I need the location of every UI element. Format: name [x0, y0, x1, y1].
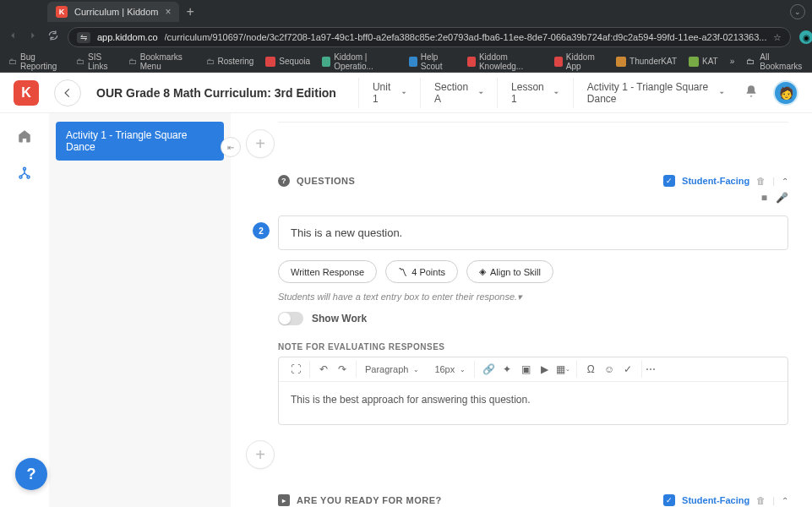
link-icon[interactable]: 🔗 — [482, 363, 495, 376]
notifications-icon[interactable] — [744, 84, 758, 101]
fontsize-select[interactable]: 16px⌄ — [428, 362, 472, 377]
table-icon[interactable]: ▦⌄ — [556, 363, 569, 376]
rich-text-editor: ⛶ ↶ ↷ Paragraph⌄ 16px⌄ 🔗 ✦ ▣ ▶ — [278, 357, 788, 425]
question-controls: Written Response 〽4 Points ◈Align to Ski… — [278, 260, 788, 283]
omega-icon[interactable]: Ω — [584, 363, 597, 376]
ready-label: ARE YOU READY FOR MORE? — [297, 495, 442, 505]
ready-header-row: ▸ ARE YOU READY FOR MORE? ✓ Student-Faci… — [246, 494, 788, 506]
reload-button[interactable] — [47, 30, 59, 45]
align-skill-pill[interactable]: ◈Align to Skill — [466, 260, 553, 283]
image-icon[interactable]: ▣ — [519, 363, 532, 376]
back-button[interactable] — [7, 30, 19, 45]
svg-point-2 — [27, 176, 30, 178]
undo-icon[interactable]: ↶ — [317, 363, 330, 376]
student-facing-toggle: ✓ Student-Facing 🗑 | ⌃ — [663, 175, 788, 187]
tab-title: Curriculum | Kiddom — [74, 7, 158, 17]
paragraph-select[interactable]: Paragraph⌄ — [358, 362, 426, 377]
bookmark-item[interactable]: ThunderKAT — [616, 57, 677, 67]
bookmark-item[interactable]: Kiddom | Operatio... — [322, 52, 397, 71]
question-block: 2 This is a new question. Written Respon… — [278, 215, 788, 425]
curriculum-icon[interactable] — [17, 166, 32, 184]
questions-header: ? QUESTIONS — [278, 175, 355, 187]
questions-label: QUESTIONS — [297, 176, 355, 186]
bookmark-item[interactable]: KAT — [689, 57, 718, 67]
svg-point-1 — [19, 176, 22, 178]
video-icon[interactable]: ■ — [761, 192, 767, 204]
app-body: Activity 1 - Triangle Square Dance ⇤ + ?… — [0, 113, 812, 507]
note-label: NOTE FOR EVALUATING RESPONSES — [278, 342, 788, 352]
question-text-input[interactable]: This is a new question. — [278, 215, 788, 250]
curriculum-title: OUR Grade 8 Math Curriculum: 3rd Edition — [96, 86, 336, 100]
user-avatar[interactable]: 🧑 — [773, 80, 798, 106]
main-content[interactable]: + ? QUESTIONS ✓ Student-Facing 🗑 | ⌃ ■ 🎤… — [231, 113, 812, 507]
check-icon[interactable]: ✓ — [621, 363, 635, 376]
show-work-label: Show Work — [312, 313, 367, 324]
address-bar[interactable]: ⇋ app.kiddom.co /curriculum/910697/node/… — [68, 27, 791, 47]
bookmark-item[interactable]: 🗀Rostering — [206, 57, 254, 66]
bookmark-item[interactable]: Kiddom App — [554, 52, 604, 71]
bookmarks-bar: 🗀Bug Reporting 🗀SIS Links 🗀Bookmarks Men… — [0, 51, 812, 73]
bookmark-item[interactable]: Help Scout — [409, 52, 455, 71]
questions-header-row: ? QUESTIONS ✓ Student-Facing 🗑 | ⌃ — [246, 175, 788, 187]
fullscreen-icon[interactable]: ⛶ — [289, 363, 302, 376]
home-icon[interactable] — [17, 128, 32, 147]
bookmark-item[interactable]: Sequoia — [265, 57, 310, 67]
bookmark-item[interactable]: Kiddom Knowledg... — [467, 52, 542, 71]
tag-icon: ◈ — [479, 266, 486, 277]
points-icon: 〽 — [398, 267, 407, 277]
student-facing-label: Student-Facing — [682, 495, 749, 505]
bookmark-star-icon[interactable]: ☆ — [773, 32, 782, 43]
sidebar: Activity 1 - Triangle Square Dance ⇤ — [49, 113, 231, 507]
browser-chrome: K Curriculum | Kiddom × + ⌄ ⇋ app.kiddom… — [0, 0, 812, 73]
points-pill[interactable]: 〽4 Points — [385, 260, 458, 283]
crumb-activity[interactable]: Activity 1 - Triangle Square Dance — [573, 78, 729, 108]
add-block-button[interactable]: + — [246, 129, 275, 158]
response-type-pill[interactable]: Written Response — [278, 260, 377, 283]
ready-icon: ▸ — [278, 494, 290, 506]
extension-icon[interactable]: ◉ — [799, 30, 812, 44]
video-icon[interactable]: ▶ — [537, 363, 551, 376]
student-facing-toggle: ✓ Student-Facing 🗑 | ⌃ — [663, 494, 788, 506]
student-facing-checkbox[interactable]: ✓ — [663, 494, 675, 506]
bookmark-item[interactable]: 🗀SIS Links — [76, 52, 117, 71]
crumb-lesson[interactable]: Lesson 1 — [497, 78, 564, 108]
media-row: ■ 🎤 — [246, 192, 788, 204]
show-work-row: Show Work — [278, 312, 788, 325]
editor-body[interactable]: This is the best approach for answering … — [279, 382, 787, 424]
divider: | — [772, 495, 775, 505]
all-bookmarks[interactable]: 🗀All Bookmarks — [746, 52, 804, 71]
emoji-icon[interactable]: ☺ — [602, 363, 616, 376]
bookmarks-overflow[interactable]: » — [730, 57, 735, 66]
delete-icon[interactable]: 🗑 — [756, 176, 766, 186]
sidebar-active-item[interactable]: Activity 1 - Triangle Square Dance — [56, 122, 224, 161]
add-block-button[interactable]: + — [246, 440, 275, 469]
crumb-unit[interactable]: Unit 1 — [358, 78, 411, 108]
collapse-icon[interactable]: ⌃ — [782, 177, 788, 186]
tab-close-icon[interactable]: × — [165, 6, 171, 18]
more-icon[interactable]: ⋯ — [644, 363, 657, 376]
window-control[interactable]: ⌄ — [790, 4, 805, 19]
breadcrumb: Unit 1 Section A Lesson 1 Activity 1 - T… — [358, 78, 729, 108]
browser-tab[interactable]: K Curriculum | Kiddom × — [47, 2, 179, 22]
crumb-section[interactable]: Section A — [420, 78, 488, 108]
site-info-icon[interactable]: ⇋ — [77, 32, 90, 43]
back-button[interactable] — [54, 79, 81, 106]
url-host: app.kiddom.co — [97, 32, 158, 42]
new-tab-button[interactable]: + — [186, 4, 193, 19]
mic-icon[interactable]: 🎤 — [776, 192, 788, 204]
redo-icon[interactable]: ↷ — [335, 363, 349, 376]
kiddom-logo[interactable]: K — [14, 80, 39, 106]
magic-icon[interactable]: ✦ — [500, 363, 514, 376]
show-work-toggle[interactable] — [278, 312, 303, 325]
student-facing-label: Student-Facing — [682, 176, 749, 186]
question-mark-icon: ? — [278, 175, 290, 187]
bookmark-item[interactable]: 🗀Bug Reporting — [8, 52, 64, 71]
bookmark-item[interactable]: 🗀Bookmarks Menu — [128, 52, 194, 71]
help-button[interactable]: ? — [15, 458, 47, 490]
forward-button[interactable] — [27, 30, 39, 45]
collapse-icon[interactable]: ⌃ — [782, 496, 788, 505]
student-facing-checkbox[interactable]: ✓ — [663, 175, 675, 187]
extensions: ◉ ▣ ● ⋮ — [799, 30, 812, 44]
delete-icon[interactable]: 🗑 — [756, 495, 766, 505]
svg-point-0 — [24, 167, 26, 170]
